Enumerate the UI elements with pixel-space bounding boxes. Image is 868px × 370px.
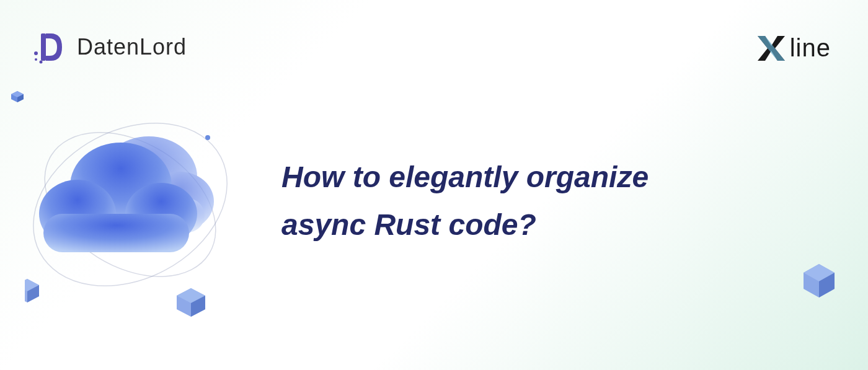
- xline-text: line: [790, 34, 831, 62]
- decorative-cube-icon: [800, 262, 838, 300]
- datenlord-icon: [32, 30, 67, 64]
- svg-rect-0: [41, 33, 46, 61]
- svg-point-1: [34, 51, 38, 55]
- svg-point-3: [40, 61, 43, 64]
- xline-x-icon: [756, 35, 786, 62]
- heading-line-2: async Rust code?: [281, 208, 536, 241]
- xline-logo: line: [756, 34, 831, 62]
- heading-line-1: How to elegantly organize: [281, 161, 649, 193]
- page-title: How to elegantly organize async Rust cod…: [281, 154, 649, 249]
- cloud-illustration: [25, 105, 248, 341]
- svg-point-2: [35, 58, 37, 61]
- datenlord-logo: DatenLord: [32, 30, 187, 64]
- svg-rect-13: [43, 214, 189, 252]
- svg-point-14: [205, 135, 210, 140]
- datenlord-text: DatenLord: [77, 34, 187, 60]
- decorative-cube-icon: [11, 91, 24, 102]
